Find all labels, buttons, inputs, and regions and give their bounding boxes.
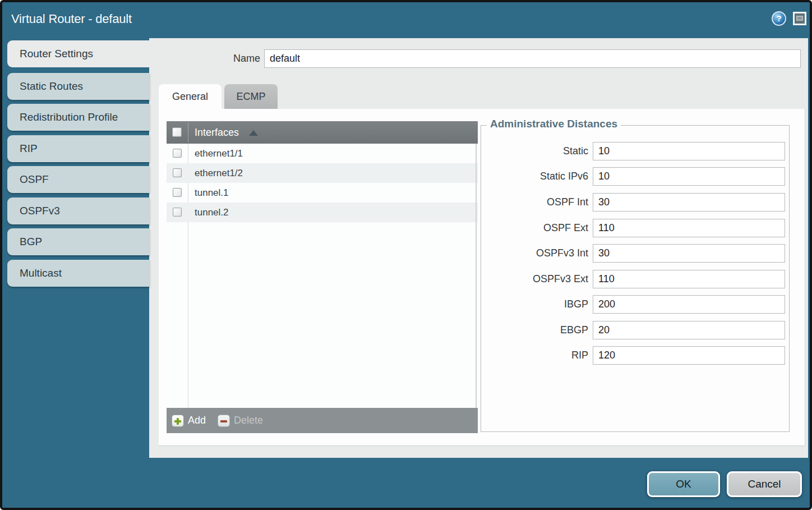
restore-window-icon-inner xyxy=(796,16,803,21)
minus-icon xyxy=(218,415,230,427)
static-distance-input[interactable] xyxy=(593,142,785,160)
title-bar: Virtual Router - default ? xyxy=(2,2,810,36)
interface-name: ethernet1/1 xyxy=(195,144,243,163)
sidebar-item-ospfv3[interactable]: OSPFv3 xyxy=(7,197,150,224)
add-button[interactable]: Add xyxy=(172,408,206,433)
ospf-int-distance-input[interactable] xyxy=(593,193,785,212)
sidebar-item-redistribution-profile[interactable]: Redistribution Profile xyxy=(7,104,150,131)
field-label: OSPF Ext xyxy=(485,219,588,237)
interface-name: tunnel.1 xyxy=(195,183,229,203)
field-label: RIP xyxy=(485,346,588,365)
plus-icon xyxy=(172,415,184,427)
table-scrollbar[interactable] xyxy=(476,144,477,408)
sidebar-item-static-routes[interactable]: Static Routes xyxy=(7,73,150,100)
field-label: Static IPv6 xyxy=(485,167,588,186)
delete-button-label: Delete xyxy=(234,415,263,426)
tab-ecmp[interactable]: ECMP xyxy=(224,84,278,109)
table-toolbar: Add Delete xyxy=(167,408,478,433)
sidebar-item-label: Multicast xyxy=(20,267,62,279)
ibgp-distance-input[interactable] xyxy=(593,295,785,314)
sidebar-item-label: OSPFv3 xyxy=(20,205,60,217)
ospfv3-ext-distance-input[interactable] xyxy=(593,270,785,288)
tab-label: General xyxy=(172,91,208,102)
name-label: Name xyxy=(199,49,260,68)
sidebar-item-ospf[interactable]: OSPF xyxy=(7,166,150,193)
name-input[interactable] xyxy=(264,49,801,68)
add-button-label: Add xyxy=(188,415,206,426)
ok-button[interactable]: OK xyxy=(647,471,720,497)
sidebar-item-rip[interactable]: RIP xyxy=(7,135,150,162)
sidebar-item-router-settings[interactable]: Router Settings xyxy=(7,40,152,67)
sidebar-item-label: RIP xyxy=(20,143,38,154)
ospf-ext-distance-input[interactable] xyxy=(593,219,785,237)
row-checkbox[interactable] xyxy=(173,208,182,217)
row-checkbox[interactable] xyxy=(173,149,182,158)
field-label: OSPFv3 Ext xyxy=(485,270,588,288)
field-label: OSPFv3 Int xyxy=(485,244,588,263)
interfaces-table-header[interactable]: Interfaces xyxy=(167,121,478,144)
dialog-title: Virtual Router - default xyxy=(11,2,132,36)
sidebar-item-label: Redistribution Profile xyxy=(20,111,118,123)
table-row[interactable]: tunnel.1 xyxy=(167,183,478,203)
sidebar-item-multicast[interactable]: Multicast xyxy=(7,260,150,287)
admin-distances-legend: Administrative Distances xyxy=(487,118,621,130)
tab-label: ECMP xyxy=(236,91,265,102)
row-checkbox[interactable] xyxy=(173,168,182,177)
sidebar-item-label: BGP xyxy=(20,236,42,247)
table-row[interactable]: ethernet1/2 xyxy=(167,163,478,183)
tab-general[interactable]: General xyxy=(159,84,222,109)
sidebar-item-label: Static Routes xyxy=(20,80,83,92)
interfaces-column-header[interactable]: Interfaces xyxy=(195,121,239,144)
cancel-button[interactable]: Cancel xyxy=(727,471,802,497)
interface-name: tunnel.2 xyxy=(195,203,229,222)
interface-name: ethernet1/2 xyxy=(195,163,243,183)
field-label: IBGP xyxy=(485,295,588,314)
static-ipv6-distance-input[interactable] xyxy=(593,167,785,186)
table-row[interactable]: tunnel.2 xyxy=(167,203,478,222)
ospfv3-int-distance-input[interactable] xyxy=(593,244,785,263)
sidebar-item-label: Router Settings xyxy=(20,48,93,59)
restore-window-icon[interactable] xyxy=(793,12,806,25)
sidebar-item-bgp[interactable]: BGP xyxy=(7,228,150,255)
column-separator xyxy=(188,122,188,143)
help-icon[interactable]: ? xyxy=(772,11,786,26)
field-label: Static xyxy=(485,142,588,160)
ebgp-distance-input[interactable] xyxy=(593,321,785,339)
delete-button[interactable]: Delete xyxy=(218,408,263,433)
table-row[interactable]: ethernet1/1 xyxy=(167,144,478,163)
sidebar-item-label: OSPF xyxy=(20,173,49,185)
row-checkbox[interactable] xyxy=(173,188,182,197)
sort-ascending-icon[interactable] xyxy=(249,130,258,136)
rip-distance-input[interactable] xyxy=(593,346,785,365)
select-all-checkbox[interactable] xyxy=(172,127,182,137)
virtual-router-dialog: Virtual Router - default ? Router Settin… xyxy=(0,0,812,510)
field-label: OSPF Int xyxy=(485,193,588,212)
field-label: EBGP xyxy=(485,321,588,339)
